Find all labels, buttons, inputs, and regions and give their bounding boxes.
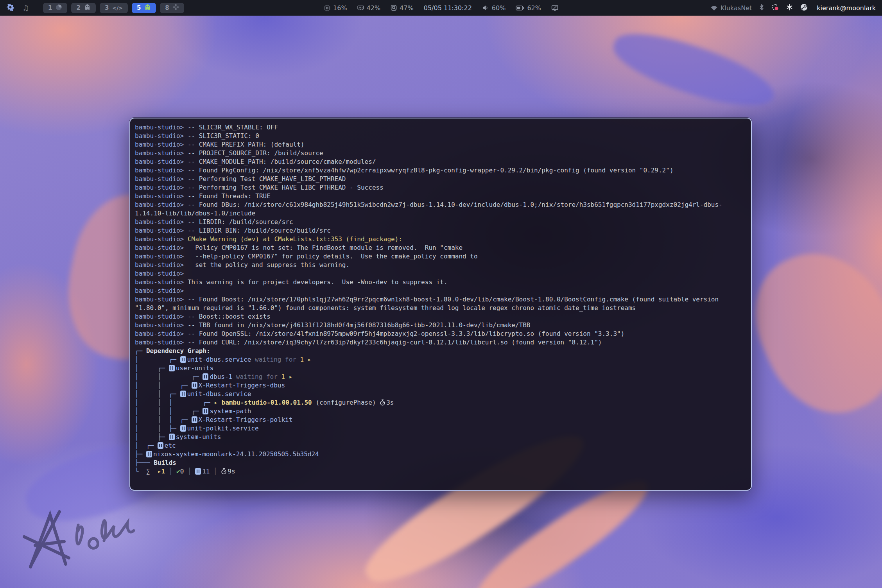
terminal-line: bambu-studio> bbox=[135, 269, 746, 278]
terminal-line: 1.14.10-lib/lib/dbus-1.0/include bbox=[135, 209, 746, 218]
terminal-line: bambu-studio> bbox=[135, 287, 746, 295]
bar-center-modules: 16% 42% 47% 05/05 11:30:22 bbox=[324, 0, 558, 16]
terminal-text-segment: -- Performing Test CMAKE_HAVE_LIBC_PTHRE… bbox=[188, 175, 346, 183]
pause-badge-icon bbox=[158, 442, 163, 449]
terminal-text-segment: bambu-studio-01.00.01.50 bbox=[222, 399, 312, 406]
terminal-line: bambu-studio> -- Performing Test CMAKE_H… bbox=[135, 175, 746, 183]
terminal-text-segment: This warning is for project developers. … bbox=[188, 278, 448, 286]
status-bar: ♫ 123</>58 16% 42% bbox=[0, 0, 882, 16]
workspace-number: 3 bbox=[105, 4, 109, 11]
tray-spinner-icon[interactable] bbox=[771, 4, 779, 13]
terminal-text-segment: │ │ │ ┌─ bbox=[135, 399, 214, 406]
flower-icon bbox=[173, 4, 179, 12]
terminal-prompt: bambu-studio> bbox=[135, 270, 184, 277]
terminal-text-segment: -- LIBDIR_BIN: /build/source/build/src bbox=[188, 227, 331, 234]
workspace-pill-2[interactable]: 2 bbox=[71, 3, 95, 13]
workspace-number: 5 bbox=[137, 4, 141, 11]
wallpaper-brush-stroke bbox=[735, 231, 882, 434]
pause-badge-icon bbox=[195, 468, 201, 475]
terminal-text-segment: │ ┌─ bbox=[135, 356, 180, 363]
terminal-text-segment: ┌─ bbox=[135, 347, 146, 355]
music-player-icon[interactable]: ♫ bbox=[22, 4, 29, 12]
terminal-text-segment: Policy CMP0167 is not set: The FindBoost… bbox=[188, 244, 463, 251]
terminal-line: bambu-studio> -- TBB found in /nix/store… bbox=[135, 321, 746, 330]
workspace-pill-8[interactable]: 8 bbox=[160, 3, 184, 13]
ghost-icon bbox=[84, 4, 91, 12]
volume-module[interactable]: 60% bbox=[482, 4, 506, 12]
terminal-text-segment: ✔ bbox=[176, 468, 180, 475]
terminal-prompt: bambu-studio> bbox=[135, 330, 184, 337]
terminal-line: bambu-studio> -- Found DBus: /nix/store/… bbox=[135, 201, 746, 209]
pause-badge-icon bbox=[203, 408, 208, 414]
terminal-prompt: bambu-studio> bbox=[135, 261, 184, 269]
pause-badge-icon bbox=[180, 425, 186, 432]
terminal-line: bambu-studio> -- Boost::boost exists bbox=[135, 312, 746, 321]
terminal-prompt: bambu-studio> bbox=[135, 287, 184, 294]
terminal-prompt: bambu-studio> bbox=[135, 184, 184, 191]
user-host-label: kierank@moonlark bbox=[817, 4, 876, 12]
terminal-text-segment: 1 bbox=[281, 373, 289, 380]
terminal-line: bambu-studio> -- Found Threads: TRUE bbox=[135, 192, 746, 201]
memory-module: 42% bbox=[357, 4, 381, 12]
terminal-line: bambu-studio> -- Found Boost: /nix/store… bbox=[135, 295, 746, 304]
terminal-text-segment: X-Restart-Triggers-dbus bbox=[199, 382, 285, 389]
workspace-pill-1[interactable]: 1 bbox=[43, 3, 67, 13]
terminal-line: bambu-studio> -- SLIC3R_WX_STABLE: OFF bbox=[135, 123, 746, 132]
cpu-icon bbox=[324, 5, 330, 11]
terminal-text-segment: unit-dbus.service bbox=[187, 356, 251, 363]
disk-value: 47% bbox=[400, 4, 414, 12]
workspace-pill-3[interactable]: 3</> bbox=[100, 3, 128, 13]
terminal-prompt: bambu-studio> bbox=[135, 192, 184, 200]
terminal-line: └ ∑ ▸1 │ ✔0 │ 11 │ 9s bbox=[135, 467, 746, 476]
memory-value: 42% bbox=[367, 4, 381, 12]
workspace-pill-5[interactable]: 5 bbox=[132, 3, 156, 13]
idle-inhibit-module[interactable] bbox=[551, 5, 558, 11]
network-module[interactable]: KlukasNet bbox=[710, 4, 752, 12]
terminal-text-segment: -- CMAKE_MODULE_PATH: /build/source/cmak… bbox=[188, 158, 376, 165]
ghost-icon bbox=[144, 4, 151, 12]
terminal-text-segment: unit-polkit.service bbox=[187, 425, 259, 432]
terminal-line: ├─ nixos-system-moonlark-24.11.20250505.… bbox=[135, 450, 746, 459]
terminal-prompt: bambu-studio> bbox=[135, 227, 184, 234]
steam-tray-icon[interactable] bbox=[800, 4, 808, 13]
terminal-window[interactable]: bambu-studio> -- SLIC3R_WX_STABLE: OFFba… bbox=[129, 118, 752, 491]
terminal-text-segment: │ │ ├─ bbox=[135, 425, 180, 432]
terminal-line: │ │ ┌─ unit-dbus.service bbox=[135, 390, 746, 398]
terminal-line: │ ┌─ unit-dbus.service waiting for 1 ▸ bbox=[135, 355, 746, 364]
cpu-module: 16% bbox=[324, 4, 347, 12]
clock-value: 05/05 11:30:22 bbox=[424, 4, 472, 12]
terminal-text-segment: -- Found DBus: /nix/store/c61x984ghb825j… bbox=[188, 201, 722, 208]
terminal-text-segment: dbus-1 bbox=[210, 373, 232, 380]
speaker-icon bbox=[482, 5, 489, 11]
memory-icon bbox=[357, 5, 364, 11]
terminal-line: bambu-studio> -- LIBDIR_BIN: /build/sour… bbox=[135, 226, 746, 235]
terminal-text-segment: │ │ ┌─ bbox=[135, 382, 192, 389]
terminal-text-segment: -- Performing Test CMAKE_HAVE_LIBC_PTHRE… bbox=[188, 184, 384, 191]
battery-value: 62% bbox=[527, 4, 541, 12]
terminal-text-segment: nixos-system-moonlark-24.11.20250505.5b3… bbox=[153, 450, 319, 458]
terminal-text-segment: -- SLIC3R_STATIC: 0 bbox=[188, 132, 259, 140]
terminal-line: bambu-studio> This warning is for projec… bbox=[135, 278, 746, 287]
tray-asterisk-icon[interactable] bbox=[786, 4, 793, 12]
terminal-prompt: bambu-studio> bbox=[135, 158, 184, 165]
terminal-text-segment: 1.14.10-lib/lib/dbus-1.0/include bbox=[135, 210, 255, 217]
terminal-line: bambu-studio> -- Found CURL: /nix/store/… bbox=[135, 338, 746, 347]
terminal-line: │ ┌─ etc bbox=[135, 441, 746, 450]
stopwatch-icon bbox=[380, 399, 385, 408]
pause-badge-icon bbox=[146, 451, 152, 457]
terminal-text-segment: -- CMAKE_PREFIX_PATH: (default) bbox=[188, 141, 305, 148]
bluetooth-icon[interactable] bbox=[759, 4, 764, 12]
moon-icon bbox=[56, 4, 62, 12]
terminal-text-segment: 3s bbox=[386, 399, 394, 406]
terminal-prompt: bambu-studio> bbox=[135, 132, 184, 140]
pause-badge-icon bbox=[192, 382, 197, 389]
terminal-text-segment: user-units bbox=[176, 364, 213, 372]
terminal-text-segment: --help-policy CMP0167" for policy detail… bbox=[188, 253, 478, 260]
network-name: KlukasNet bbox=[721, 4, 752, 12]
terminal-text-segment: -- Found OpenSSL: /nix/store/4lfxnin8975… bbox=[188, 330, 624, 337]
terminal-prompt: bambu-studio> bbox=[135, 167, 184, 174]
terminal-text-segment: (configurePhase) bbox=[312, 399, 380, 406]
terminal-line: │ │ ┌─ X-Restart-Triggers-dbus bbox=[135, 381, 746, 390]
nix-menu-icon[interactable] bbox=[6, 3, 14, 13]
terminal-line: │ ┌─ user-units bbox=[135, 364, 746, 373]
